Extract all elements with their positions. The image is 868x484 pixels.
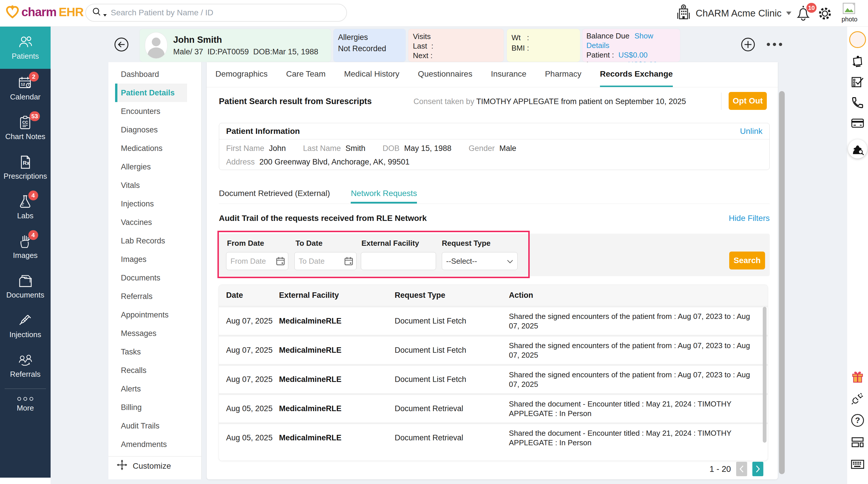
row-action: Shared the signed encounters of the pati…: [509, 312, 768, 331]
questionnaire-button[interactable]: [851, 76, 864, 90]
pmenu-item-appointments[interactable]: Appointments: [108, 306, 201, 324]
prev-page-button[interactable]: [736, 462, 747, 476]
user-avatar-button[interactable]: [849, 31, 866, 48]
pmenu-item-referrals[interactable]: Referrals: [108, 287, 201, 306]
dob-value: May 15, 1988: [404, 144, 452, 153]
request-type-value: --Select--: [446, 257, 477, 266]
integrations-plug-button[interactable]: [851, 391, 865, 406]
table-scrollbar[interactable]: [763, 307, 767, 443]
profile-photo-button[interactable]: photo: [838, 2, 861, 23]
tab-questionnaires[interactable]: Questionnaires: [418, 62, 472, 87]
charmehr-logo[interactable]: charmEHR: [6, 5, 84, 20]
opt-out-button[interactable]: Opt Out: [728, 92, 767, 110]
settings-button[interactable]: [818, 6, 832, 21]
pmenu-item-images[interactable]: Images: [108, 250, 201, 269]
sidebar-item-more[interactable]: More: [0, 389, 51, 421]
documents-folder-icon: [18, 274, 33, 288]
patient-menu: Dashboard Patient Details Encounters Dia…: [108, 62, 202, 479]
search-icon[interactable]: [92, 7, 102, 19]
to-date-input[interactable]: [294, 252, 356, 270]
table-row: Aug 05, 2025 MedicalmineRLE Document Ret…: [219, 393, 768, 422]
pmenu-item-patient-details[interactable]: Patient Details: [115, 84, 187, 102]
sidebar-item-referrals[interactable]: Referrals: [0, 346, 51, 386]
chart-notes-icon: CC 53: [18, 115, 33, 130]
page-scrollbar[interactable]: [779, 91, 785, 474]
sidebar-item-labs[interactable]: 4 Labs: [0, 188, 51, 227]
pmenu-item-recalls[interactable]: Recalls: [108, 361, 201, 380]
phone-button[interactable]: [851, 96, 864, 111]
customize-button[interactable]: Customize: [108, 456, 201, 475]
allergies-value: Not Recorded: [338, 44, 401, 53]
back-button[interactable]: [115, 38, 128, 52]
from-date-input[interactable]: [226, 252, 288, 270]
sidebar-item-images[interactable]: 4 Images: [0, 227, 51, 267]
detective-audit-button[interactable]: [848, 139, 867, 158]
sidebar-item-injections[interactable]: Injections: [0, 306, 51, 346]
pmenu-item-alerts[interactable]: Alerts: [108, 380, 201, 398]
sidebar-item-calendar[interactable]: 12 2 Calendar: [0, 69, 51, 109]
pmenu-item-messages[interactable]: Messages: [108, 324, 201, 343]
patient-meta: Male/ 37 ID:PAT0059 DOB:Mar 15, 1988: [173, 48, 318, 56]
tab-insurance[interactable]: Insurance: [491, 62, 527, 87]
subtab-network-requests[interactable]: Network Requests: [351, 185, 417, 204]
search-button[interactable]: Search: [729, 251, 765, 269]
search-input[interactable]: [111, 8, 313, 17]
pmenu-item-vaccines[interactable]: Vaccines: [108, 213, 201, 232]
payment-card-button[interactable]: [851, 118, 864, 129]
notifications-button[interactable]: 10: [796, 5, 812, 21]
pmenu-item-vitals[interactable]: Vitals: [108, 176, 201, 194]
pagination: 1 - 20: [710, 462, 763, 476]
keyboard-button[interactable]: [851, 459, 865, 471]
app-sidebar: Patients 12 2 Calendar CC 53 Chart Notes…: [0, 27, 51, 478]
pmenu-item-dashboard[interactable]: Dashboard: [108, 65, 201, 84]
row-date: Aug 07, 2025: [219, 375, 279, 384]
sidebar-item-label: Chart Notes: [5, 132, 45, 141]
layout-button[interactable]: [851, 436, 864, 449]
broken-image-icon: [842, 11, 857, 16]
pmenu-item-documents[interactable]: Documents: [108, 269, 201, 287]
photo-label: photo: [838, 16, 861, 23]
pmenu-item-billing[interactable]: Billing: [108, 398, 201, 417]
clinic-selector[interactable]: ChARM Acme Clinic: [676, 0, 792, 27]
pmenu-item-amendments[interactable]: Amendments: [108, 435, 201, 454]
pmenu-item-lab-records[interactable]: Lab Records: [108, 232, 201, 250]
tab-medical-history[interactable]: Medical History: [344, 62, 399, 87]
svg-text:CC: CC: [22, 120, 28, 125]
pmenu-item-encounters[interactable]: Encounters: [108, 102, 201, 121]
table-row: Aug 07, 2025 MedicalmineRLE Document Lis…: [219, 306, 768, 335]
row-request-type: Document Retrieval: [395, 404, 509, 413]
hide-filters-link[interactable]: Hide Filters: [728, 214, 770, 223]
pmenu-item-tasks[interactable]: Tasks: [108, 343, 201, 361]
sidebar-item-label: Images: [13, 251, 38, 260]
sidebar-item-patients[interactable]: Patients: [0, 27, 51, 69]
tab-care-team[interactable]: Care Team: [286, 62, 326, 87]
next-page-button[interactable]: [752, 462, 763, 476]
request-type-select[interactable]: --Select--: [442, 252, 518, 270]
unlink-link[interactable]: Unlink: [740, 127, 763, 136]
table-row: Aug 05, 2025 MedicalmineRLE Document Ret…: [219, 422, 768, 452]
external-facility-input[interactable]: [361, 252, 436, 270]
tab-pharmacy[interactable]: Pharmacy: [545, 62, 582, 87]
subtab-document-retrieved[interactable]: Document Retrieved (External): [219, 185, 330, 204]
tab-demographics[interactable]: Demographics: [215, 62, 268, 87]
sidebar-item-documents[interactable]: Documents: [0, 267, 51, 306]
pmenu-item-audit-trails[interactable]: Audit Trails: [108, 417, 201, 435]
clinic-name: ChARM Acme Clinic: [696, 8, 781, 19]
pmenu-item-allergies[interactable]: Allergies: [108, 158, 201, 176]
visits-last-label: Last :: [413, 41, 499, 51]
search-type-caret-icon[interactable]: [103, 14, 107, 17]
sidebar-item-prescriptions[interactable]: Rx Prescriptions: [0, 148, 51, 188]
help-button[interactable]: ?: [851, 414, 864, 427]
gift-button[interactable]: [851, 370, 864, 385]
sticky-note-button[interactable]: [851, 55, 865, 69]
pmenu-item-medications[interactable]: Medications: [108, 139, 201, 158]
add-button[interactable]: [741, 37, 755, 52]
row-date: Aug 07, 2025: [219, 346, 279, 355]
sidebar-item-chart-notes[interactable]: CC 53 Chart Notes: [0, 109, 51, 148]
more-options-button[interactable]: [767, 43, 782, 46]
logo-text-charm: charm: [21, 5, 56, 19]
hospital-icon: [676, 4, 691, 23]
pmenu-item-injections[interactable]: Injections: [108, 194, 201, 213]
pmenu-item-diagnoses[interactable]: Diagnoses: [108, 121, 201, 139]
tab-records-exchange[interactable]: Records Exchange: [600, 62, 673, 87]
